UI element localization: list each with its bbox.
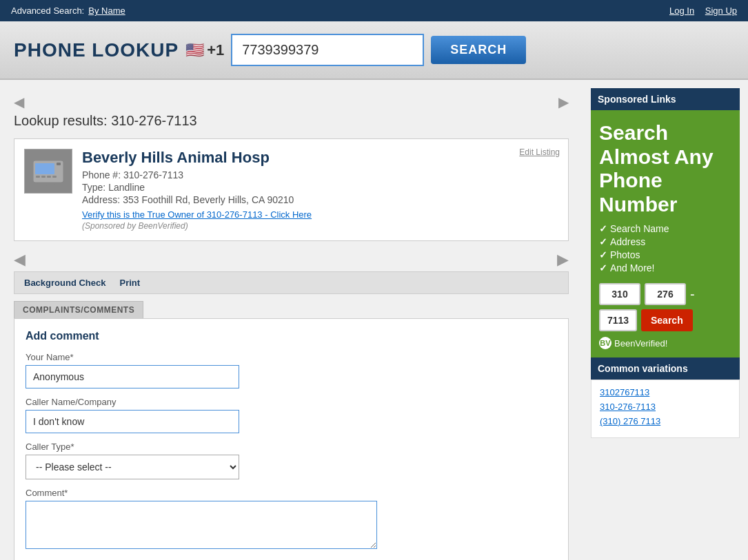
- sponsored-note: (Sponsored by BeenVerified): [82, 221, 558, 231]
- nav-arrow-right-bottom: ▶: [557, 251, 569, 269]
- search-bar-area: PHONE LOOKUP 🇺🇸 +1 SEARCH: [0, 21, 748, 80]
- variation-link-1[interactable]: 3102767113: [600, 387, 731, 397]
- comments-tab: COMPLAINTS/COMMENTS: [14, 301, 143, 318]
- bv-search-button[interactable]: Search: [641, 309, 693, 331]
- ad-feature-2: Address: [599, 236, 731, 247]
- bv-area-input[interactable]: [599, 283, 640, 305]
- lookup-results-title: Lookup results: 310-276-7113: [14, 113, 569, 129]
- phone-search-input[interactable]: [231, 34, 424, 66]
- ad-headline: Search Almost Any Phone Number: [599, 121, 731, 216]
- phone-lookup-title: PHONE LOOKUP: [14, 39, 179, 61]
- add-comment-title: Add comment: [26, 330, 557, 342]
- signup-link[interactable]: Sign Up: [705, 6, 737, 16]
- result-card: Beverly Hills Animal Hosp Phone #: 310-2…: [14, 138, 569, 241]
- search-button[interactable]: SEARCH: [431, 36, 526, 64]
- sponsored-ad-box: Search Almost Any Phone Number Search Na…: [591, 110, 740, 357]
- business-image: [24, 149, 72, 194]
- bv-number-input[interactable]: [599, 309, 637, 331]
- top-nav-right: Log In Sign Up: [669, 6, 737, 16]
- flag-emoji: 🇺🇸: [185, 41, 204, 59]
- caller-type-select[interactable]: -- Please select -- Telemarketer Debt Co…: [26, 455, 239, 479]
- variation-link-3[interactable]: (310) 276 7113: [600, 416, 731, 426]
- sponsored-links-header: Sponsored Links: [591, 88, 740, 110]
- ad-feature-3: Photos: [599, 249, 731, 260]
- flag-country: 🇺🇸 +1: [185, 41, 224, 59]
- nav-arrows-top: ◀ ▶: [14, 91, 569, 113]
- svg-rect-5: [52, 176, 57, 178]
- common-variations-header: Common variations: [591, 357, 740, 380]
- caller-type-label: Caller Type*: [26, 442, 557, 452]
- action-bar: Background Check Print: [14, 271, 569, 294]
- result-info: Beverly Hills Animal Hosp Phone #: 310-2…: [82, 149, 558, 231]
- main-layout: ◀ ▶ Lookup results: 310-276-7113: [0, 80, 748, 560]
- variations-box: 3102767113 310-276-7113 (310) 276 7113: [591, 380, 740, 438]
- business-name: Beverly Hills Animal Hosp: [82, 149, 558, 167]
- svg-rect-2: [36, 176, 40, 178]
- right-column: Sponsored Links Search Almost Any Phone …: [583, 80, 748, 560]
- bv-dash: -: [690, 283, 695, 305]
- bv-logo-text: BeenVerified!: [614, 338, 667, 349]
- bv-search-form: - Search: [599, 283, 731, 331]
- advanced-search-label: Advanced Search:: [11, 6, 84, 16]
- svg-rect-6: [57, 163, 61, 165]
- nav-arrow-left-bottom: ◀: [14, 251, 26, 269]
- svg-rect-1: [35, 163, 54, 174]
- by-name-link[interactable]: By Name: [88, 6, 125, 16]
- comments-body: Add comment Your Name* Caller Name/Compa…: [14, 318, 569, 560]
- caller-name-input[interactable]: [26, 410, 239, 433]
- edit-listing-link[interactable]: Edit Listing: [519, 147, 560, 157]
- nav-arrows-bottom: ◀ ▶: [14, 248, 569, 271]
- comments-section: COMPLAINTS/COMMENTS Add comment Your Nam…: [14, 301, 569, 560]
- your-name-input[interactable]: [26, 365, 239, 388]
- svg-rect-4: [47, 176, 51, 178]
- verify-link[interactable]: Verify this is the True Owner of 310-276…: [82, 209, 558, 220]
- ad-features: Search Name Address Photos And More!: [599, 223, 731, 273]
- nav-arrow-left-top: ◀: [14, 94, 24, 110]
- print-link[interactable]: Print: [119, 278, 140, 288]
- background-check-link[interactable]: Background Check: [24, 278, 105, 288]
- bv-logo-icon: BV: [599, 337, 611, 349]
- top-nav: Advanced Search: By Name Log In Sign Up: [0, 0, 748, 21]
- left-column: ◀ ▶ Lookup results: 310-276-7113: [0, 80, 583, 560]
- bv-logo: BV BeenVerified!: [599, 337, 731, 349]
- your-name-label: Your Name*: [26, 352, 557, 362]
- result-phone: Phone #: 310-276-7113: [82, 169, 558, 180]
- ad-feature-1: Search Name: [599, 223, 731, 234]
- comment-label: Comment*: [26, 488, 557, 498]
- result-type: Type: Landline: [82, 182, 558, 193]
- result-address: Address: 353 Foothill Rd, Beverly Hills,…: [82, 194, 558, 205]
- svg-rect-3: [41, 176, 46, 178]
- top-nav-left: Advanced Search: By Name: [11, 6, 125, 16]
- caller-name-label: Caller Name/Company: [26, 397, 557, 407]
- phone-image-icon: [30, 154, 66, 189]
- comment-textarea[interactable]: [26, 501, 377, 549]
- login-link[interactable]: Log In: [669, 6, 694, 16]
- ad-feature-4: And More!: [599, 262, 731, 273]
- bv-exchange-input[interactable]: [645, 283, 686, 305]
- country-code: +1: [207, 41, 224, 59]
- nav-arrow-right-top: ▶: [558, 94, 569, 110]
- variation-link-2[interactable]: 310-276-7113: [600, 402, 731, 412]
